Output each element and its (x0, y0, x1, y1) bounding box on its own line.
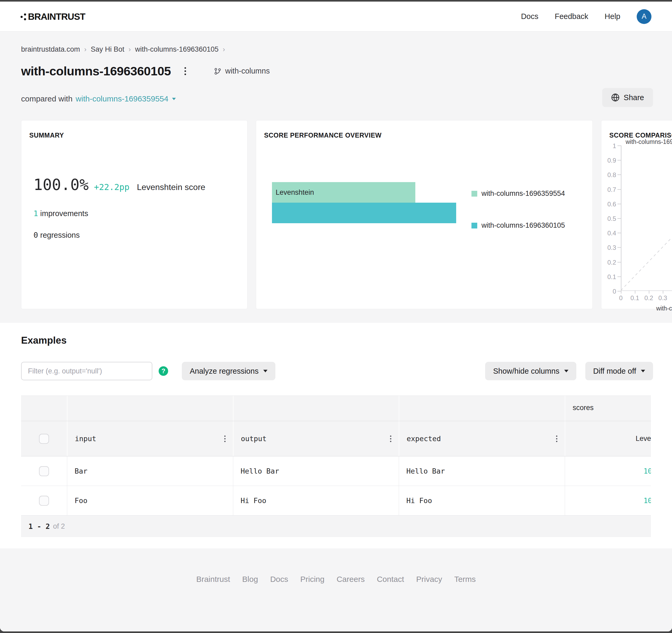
cell-input: Bar (67, 457, 233, 486)
improvements-stat: 1 improvements (33, 209, 88, 218)
footer-link-contact[interactable]: Contact (377, 575, 404, 585)
y-tick-mark (618, 174, 621, 175)
table-pagination: 1 - 2 of 2 (21, 515, 651, 537)
nav-item-help[interactable]: Help (604, 12, 620, 21)
filter-help-icon[interactable]: ? (159, 366, 168, 376)
score-performance-card: SCORE PERFORMANCE OVERVIEW Levenshtein w… (256, 120, 593, 309)
regressions-label: regressions (40, 231, 80, 239)
select-all-checkbox[interactable] (39, 434, 49, 444)
chevron-down-icon (641, 370, 645, 372)
top-nav: BRAINTRUST Docs Feedback Help A (0, 2, 672, 32)
analyze-regressions-button[interactable]: Analyze regressions (182, 362, 275, 380)
chevron-down-icon[interactable] (172, 98, 176, 100)
group-cell (21, 396, 67, 421)
group-cell-scores: scores (565, 396, 651, 421)
braintrust-logo[interactable]: BRAINTRUST (21, 11, 85, 22)
show-hide-columns-label: Show/hide columns (493, 367, 559, 375)
breadcrumb-separator: › (223, 45, 225, 53)
x-tick-label: 0.3 (655, 294, 671, 302)
branch-tag[interactable]: with-columns (214, 67, 270, 75)
scatter-y-axis-label: with-columns-1696360105 (626, 138, 672, 145)
diff-mode-button[interactable]: Diff mode off (585, 362, 653, 380)
x-tick-mark (635, 290, 635, 294)
row-checkbox[interactable] (39, 466, 49, 476)
summary-card-title: SUMMARY (29, 131, 64, 139)
y-tick-label: 0.2 (602, 259, 616, 266)
nav-item-docs[interactable]: Docs (521, 12, 538, 21)
group-cell (233, 396, 399, 421)
column-name: input (68, 435, 96, 443)
column-header-input[interactable]: input (67, 421, 233, 456)
breadcrumb-experiment[interactable]: with-columns-1696360105 (135, 45, 219, 53)
avatar[interactable]: A (637, 9, 651, 24)
y-tick-label: 0.3 (602, 244, 616, 251)
row-checkbox[interactable] (39, 496, 49, 506)
legend-item: with-columns-1696360105 (472, 221, 565, 229)
score-value: 100% (644, 467, 651, 475)
y-tick-mark (618, 262, 621, 263)
column-header-levenshtein[interactable]: Levenshtein (565, 421, 651, 456)
compared-experiment-link[interactable]: with-columns-1696359554 (76, 94, 168, 103)
footer-link-docs[interactable]: Docs (270, 575, 288, 585)
page-title: with-columns-1696360105 (21, 64, 171, 78)
git-branch-icon (214, 68, 221, 75)
cell-expected: Hello Bar (399, 457, 565, 486)
page-footer: BraintrustBlogDocsPricingCareersContactP… (0, 549, 672, 631)
y-tick-label: 0.4 (602, 229, 616, 237)
column-header-output[interactable]: output (233, 421, 399, 456)
improvements-count: 1 (33, 209, 38, 218)
cell-score: 100% (565, 457, 651, 486)
share-button[interactable]: Share (602, 88, 653, 107)
x-tick-label: 0.1 (627, 294, 643, 302)
footer-link-careers[interactable]: Careers (337, 575, 365, 585)
cell-input: Foo (67, 486, 233, 515)
column-menu-icon[interactable] (554, 434, 559, 443)
x-tick-label: 0 (613, 294, 629, 302)
column-menu-icon[interactable] (223, 434, 227, 443)
group-cell (399, 396, 565, 421)
summary-card: SUMMARY 100.0% +22.2pp Levenshtein score… (21, 120, 247, 309)
column-menu-icon[interactable] (388, 434, 393, 443)
scores-group-label: scores (573, 404, 594, 412)
overview-card-title: SCORE PERFORMANCE OVERVIEW (264, 131, 382, 139)
footer-link-pricing[interactable]: Pricing (300, 575, 325, 585)
score-value: 100% (644, 496, 651, 505)
footer-link-terms[interactable]: Terms (454, 575, 476, 585)
table-row[interactable]: Bar Hello Bar Hello Bar 100% (21, 457, 651, 486)
footer-link-privacy[interactable]: Privacy (416, 575, 442, 585)
nav-item-feedback[interactable]: Feedback (555, 12, 588, 21)
breadcrumb-org[interactable]: braintrustdata.com (21, 45, 80, 53)
y-tick-mark (618, 233, 621, 233)
x-tick-label: 0.2 (641, 294, 657, 302)
filter-input[interactable] (21, 362, 152, 380)
column-name: output (234, 435, 267, 443)
cell-value: Foo (67, 496, 88, 505)
cell-value: Hello Bar (233, 467, 279, 475)
y-tick-mark (618, 145, 621, 146)
chart-legend: with-columns-1696359554 with-columns-169… (472, 190, 565, 253)
chevron-down-icon (263, 370, 267, 372)
table-group-header-row: scores (21, 396, 651, 421)
footer-link-braintrust[interactable]: Braintrust (196, 575, 230, 585)
examples-title: Examples (21, 335, 67, 346)
scatter-y-axis-line (621, 145, 621, 291)
show-hide-columns-button[interactable]: Show/hide columns (485, 362, 576, 380)
table-row[interactable]: Foo Hi Foo Hi Foo 100% (21, 486, 651, 515)
column-header-expected[interactable]: expected (399, 421, 565, 456)
title-kebab-menu-icon[interactable] (182, 65, 188, 77)
breadcrumb-project[interactable]: Say Hi Bot (91, 45, 124, 53)
breadcrumb-separator: › (128, 45, 131, 53)
globe-icon (611, 93, 620, 102)
column-name: Levenshtein (635, 435, 651, 443)
header-checkbox-cell (21, 421, 67, 456)
legend-swatch (472, 191, 477, 197)
x-tick-mark (621, 290, 621, 294)
examples-controls: ? Analyze regressions Show/hide columns … (21, 362, 653, 380)
footer-link-blog[interactable]: Blog (242, 575, 258, 585)
score-comparison-card: SCORE COMPARISON with-columns-1696360105… (601, 120, 672, 309)
examples-table: scores input output expected (21, 395, 651, 537)
y-tick-label: 0.6 (602, 200, 616, 208)
cell-score: 100% (565, 486, 651, 515)
regressions-stat: 0 regressions (33, 230, 79, 240)
brand-name: BRAINTRUST (28, 11, 85, 22)
